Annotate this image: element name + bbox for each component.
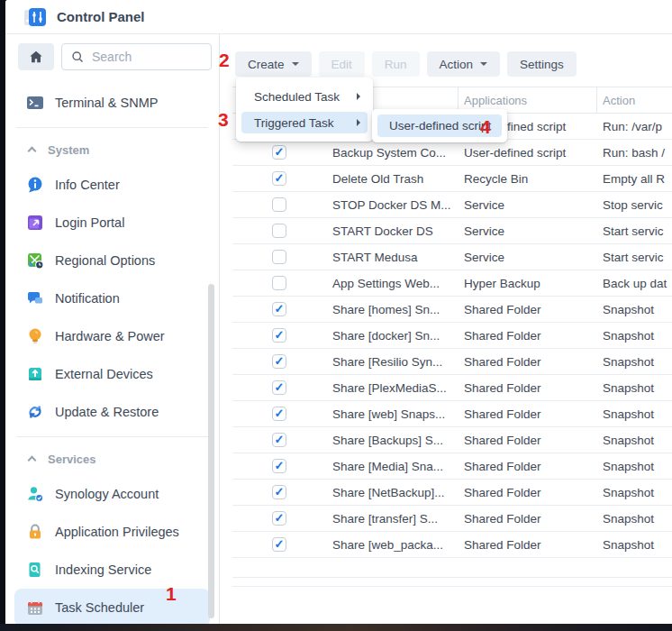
menu-item-label: Scheduled Task <box>254 90 340 104</box>
menu-item-triggered-task[interactable]: Triggered Task <box>241 112 368 133</box>
task-name: Share [web] Snaps... <box>286 407 458 421</box>
create-button[interactable]: Create <box>235 51 312 77</box>
task-application: Shared Folder <box>458 381 596 395</box>
task-application: Shared Folder <box>458 486 596 499</box>
table-row[interactable]: START Medusa Service Start servic <box>232 244 672 270</box>
menu-item-scheduled-task[interactable]: Scheduled Task <box>241 86 368 107</box>
task-application: Shared Folder <box>458 434 596 447</box>
sidebar-item-update-restore[interactable]: Update & Restore <box>14 393 210 431</box>
row-checkbox[interactable]: ✓ <box>272 171 286 186</box>
page-title: Control Panel <box>57 9 145 24</box>
task-name: START Docker DS <box>286 224 458 238</box>
table-row[interactable]: ✓ Share [Backups] S... Shared Folder Sna… <box>232 427 672 453</box>
action-button-label: Action <box>440 58 474 71</box>
sidebar-item-label: Regional Options <box>55 253 155 268</box>
row-checkbox[interactable] <box>272 224 286 238</box>
sidebar-item-task-scheduler[interactable]: Task Scheduler <box>14 589 210 625</box>
hardware-power-icon <box>26 327 44 345</box>
sidebar-item-login-portal[interactable]: Login Portal <box>14 204 210 242</box>
row-checkbox[interactable]: ✓ <box>272 511 286 526</box>
checkmark-icon: ✓ <box>275 460 285 471</box>
update-restore-icon <box>26 403 44 421</box>
sidebar-item-notification[interactable]: Notification <box>14 279 210 317</box>
sidebar-item-synology-account[interactable]: Synology Account <box>14 475 210 513</box>
row-checkbox[interactable]: ✓ <box>272 380 286 395</box>
row-checkbox[interactable]: ✓ <box>272 407 286 421</box>
search-icon <box>70 50 85 64</box>
task-scheduler-icon <box>26 599 44 617</box>
row-checkbox[interactable]: ✓ <box>272 328 286 343</box>
checkmark-icon: ✓ <box>275 486 285 498</box>
sidebar-section-services[interactable]: Services <box>14 443 210 475</box>
action-button[interactable]: Action <box>427 51 501 77</box>
checkmark-icon: ✓ <box>275 407 285 419</box>
divider <box>16 127 208 128</box>
row-checkbox[interactable] <box>272 276 286 290</box>
table-row[interactable]: ✓ Share [web] Snaps... Shared Folder Sna… <box>232 401 672 427</box>
sidebar-item-indexing-service[interactable]: Indexing Service <box>14 551 210 589</box>
checkmark-icon: ✓ <box>275 434 285 445</box>
task-name: Share [docker] Sn... <box>286 329 458 343</box>
edit-button: Edit <box>319 51 365 77</box>
step-annotation-4: 4 <box>480 117 491 137</box>
sidebar-item-regional-options[interactable]: Regional Options <box>14 242 210 279</box>
column-header-action[interactable]: Action <box>596 87 672 113</box>
checkmark-icon: ✓ <box>275 303 285 315</box>
sidebar-item-hardware-power[interactable]: Hardware & Power <box>14 317 210 355</box>
terminal-icon <box>26 94 44 112</box>
sidebar-item-info-center[interactable]: Info Center <box>14 166 210 204</box>
table-row[interactable]: START Docker DS Service Start servic <box>232 218 672 244</box>
sidebar-section-system[interactable]: System <box>14 133 210 166</box>
task-name: STOP Docker DS M... <box>286 198 458 212</box>
table-row[interactable]: ✓ Share [transfer] S... Shared Folder Sn… <box>232 506 672 532</box>
task-application: Shared Folder <box>458 329 596 343</box>
table-row[interactable]: ✓ Share [docker] Sn... Shared Folder Sna… <box>232 323 672 349</box>
table-row[interactable]: ✓ Share [Resilio Syn... Shared Folder Sn… <box>232 349 672 375</box>
table-row[interactable]: STOP Docker DS M... Service Stop servic <box>232 192 672 218</box>
application-privileges-icon <box>26 523 44 541</box>
task-name: App Settings Web... <box>286 277 458 290</box>
table-row[interactable]: ✓ Share [NetBackup]... Shared Folder Sna… <box>232 480 672 506</box>
section-label: System <box>48 143 89 157</box>
home-button[interactable] <box>18 43 54 70</box>
row-checkbox[interactable] <box>272 250 286 264</box>
settings-button[interactable]: Settings <box>507 51 577 77</box>
row-checkbox[interactable]: ✓ <box>272 459 286 473</box>
table-row[interactable]: ✓ Share [homes] Sn... Shared Folder Snap… <box>232 297 672 323</box>
divider <box>232 586 672 587</box>
checkmark-icon: ✓ <box>275 381 285 393</box>
task-application: Service <box>458 198 596 212</box>
row-checkbox[interactable]: ✓ <box>272 145 286 160</box>
task-name: START Medusa <box>286 251 458 264</box>
task-name: Share [Resilio Syn... <box>286 355 458 369</box>
submenu-arrow-icon <box>357 93 360 100</box>
checkmark-icon: ✓ <box>275 355 285 367</box>
table-row[interactable]: ✓ Share [web_packa... Shared Folder Snap… <box>232 532 672 558</box>
row-checkbox[interactable] <box>272 197 286 212</box>
table-row[interactable]: ✓ Backup System Co... User-defined scrip… <box>232 140 672 166</box>
sidebar-item-external-devices[interactable]: External Devices <box>14 355 210 393</box>
task-action: Run: bash / <box>596 146 672 160</box>
table-row[interactable]: ✓ Delete Old Trash Recycle Bin Empty all… <box>232 166 672 192</box>
task-application: Service <box>458 251 596 264</box>
sidebar-item-label: Update & Restore <box>55 405 159 419</box>
task-name: Share [Media] Sna... <box>286 460 458 473</box>
sidebar-item-terminal-snmp[interactable]: Terminal & SNMP <box>14 84 210 122</box>
table-row[interactable]: ✓ Share [Media] Sna... Shared Folder Sna… <box>232 453 672 480</box>
table-row[interactable]: App Settings Web... Hyper Backup Back up… <box>232 270 672 297</box>
task-application: Shared Folder <box>458 303 596 316</box>
row-checkbox[interactable]: ✓ <box>272 537 286 552</box>
create-dropdown-menu: Scheduled Task Triggered Task <box>236 78 373 142</box>
row-checkbox[interactable]: ✓ <box>272 302 286 316</box>
table-row[interactable]: ✓ Share [PlexMediaS... Shared Folder Sna… <box>232 375 672 401</box>
task-name: Share [PlexMediaS... <box>286 381 458 395</box>
submenu-arrow-icon <box>357 119 360 126</box>
sidebar-item-application-privileges[interactable]: Application Privileges <box>14 513 210 551</box>
task-action: Snapshot <box>596 407 672 421</box>
row-checkbox[interactable]: ✓ <box>272 485 286 499</box>
row-checkbox[interactable]: ✓ <box>272 354 286 369</box>
task-action: Snapshot <box>596 355 672 369</box>
row-checkbox[interactable]: ✓ <box>272 433 286 447</box>
sidebar-scrollbar-thumb[interactable] <box>208 284 214 618</box>
divider <box>16 436 208 437</box>
